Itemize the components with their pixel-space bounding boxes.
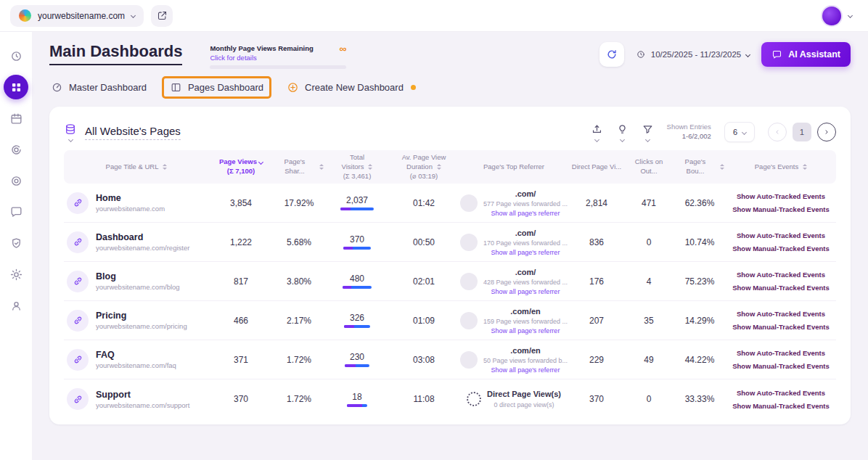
chevron-down-icon (745, 52, 750, 57)
page-link-button[interactable] (67, 388, 89, 410)
show-auto-tracked-events-link[interactable]: Show Auto-Tracked Events (737, 389, 825, 397)
refresh-icon (606, 49, 618, 60)
link-icon (73, 394, 83, 405)
sidebar-item-history[interactable] (4, 44, 28, 68)
col-outbound-clicks-header[interactable]: Clicks on Out... (624, 155, 673, 179)
page-views-value: 370 (209, 394, 273, 404)
clock-icon (636, 49, 646, 59)
sort-icon[interactable] (368, 164, 372, 170)
col-direct-views-header[interactable]: Direct Page Vi... (569, 160, 624, 175)
date-range-value: 10/25/2025 - 11/23/2025 (651, 50, 741, 59)
col-duration-header[interactable]: Av. Page View Duration (⌀ 03:19) (389, 150, 459, 184)
referrer-name: Direct Page View(s) (487, 389, 561, 400)
infinity-value: ∞ (339, 45, 346, 52)
sort-icon[interactable] (720, 164, 724, 170)
referrer-show-all-link[interactable]: Show all page's referrer (483, 209, 568, 218)
direct-views-value: 207 (569, 316, 624, 326)
current-page[interactable]: 1 (793, 123, 811, 141)
chevron-down-icon (645, 136, 650, 141)
link-icon (73, 315, 83, 326)
page-title-text: FAQ (96, 350, 176, 360)
show-auto-tracked-events-link[interactable]: Show Auto-Tracked Events (737, 310, 825, 318)
tab-master-dashboard[interactable]: Master Dashboard (51, 81, 147, 94)
referrer-favicon (460, 273, 478, 290)
quota-details-link[interactable]: Click for details (210, 54, 256, 62)
referrer-favicon (460, 194, 478, 212)
referrer-favicon (467, 392, 481, 406)
sort-icon[interactable] (803, 164, 807, 170)
show-auto-tracked-events-link[interactable]: Show Auto-Tracked Events (737, 192, 825, 200)
visitors-value: 230 (350, 352, 364, 362)
col-bounce-header[interactable]: Page's Bou... (673, 155, 726, 179)
sort-icon[interactable] (319, 164, 324, 170)
create-new-dashboard-button[interactable]: Create New Dashboard (287, 81, 416, 94)
table-title: All Website's Pages (85, 125, 181, 140)
show-manual-tracked-events-link[interactable]: Show Manual-Tracked Events (732, 205, 830, 213)
direct-views-value: 836 (569, 237, 624, 247)
show-manual-tracked-events-link[interactable]: Show Manual-Tracked Events (732, 284, 830, 292)
table-type-selector[interactable] (64, 123, 77, 141)
page-url-text: yourwebsitename.com/pricing (96, 322, 187, 330)
col-page-share-header[interactable]: Page's Shar... (273, 155, 325, 179)
referrer-name: .com/en (483, 306, 568, 317)
show-manual-tracked-events-link[interactable]: Show Manual-Tracked Events (732, 402, 830, 410)
bounce-rate-value: 14.29% (673, 316, 726, 326)
sidebar-item-goals[interactable] (4, 168, 28, 193)
referrer-show-all-link[interactable]: Show all page's referrer (483, 248, 568, 258)
page-size-select[interactable]: 6 (724, 122, 755, 142)
bounce-rate-value: 62.36% (673, 198, 726, 208)
open-website-button[interactable] (151, 5, 173, 27)
sidebar-item-behaviour[interactable] (4, 137, 28, 162)
tab-master-label: Master Dashboard (69, 82, 147, 93)
page-link-button[interactable] (67, 231, 89, 253)
refresh-button[interactable] (599, 42, 624, 67)
next-page-button[interactable] (817, 123, 836, 141)
table-row: FAQ yourwebsitename.com/faq 371 1.72% 23… (64, 340, 836, 379)
page-url-text: yourwebsitename.com/register (96, 244, 189, 252)
sidebar-item-account[interactable] (4, 293, 28, 318)
referrer-show-all-link[interactable]: Show all page's referrer (483, 366, 568, 375)
sidebar-item-modules[interactable] (4, 106, 28, 131)
show-auto-tracked-events-link[interactable]: Show Auto-Tracked Events (737, 271, 825, 279)
user-menu[interactable] (821, 5, 858, 27)
show-auto-tracked-events-link[interactable]: Show Auto-Tracked Events (737, 231, 825, 239)
website-selector[interactable]: yourwebsitename.com (10, 5, 144, 27)
visitors-value: 18 (352, 392, 361, 402)
page-link-button[interactable] (67, 310, 89, 332)
col-events-header[interactable]: Page's Events (726, 160, 836, 175)
ai-assistant-button[interactable]: AI Assistant (761, 42, 851, 67)
filter-button[interactable] (642, 123, 654, 141)
col-page-title-header[interactable]: Page Title & URL (64, 160, 209, 175)
page-title-text: Dashboard (96, 232, 189, 242)
referrer-show-all-link[interactable]: Show all page's referrer (483, 287, 568, 297)
table-row: Home yourwebsitename.com 3,854 17.92% 2,… (64, 184, 836, 223)
page-link-button[interactable] (67, 349, 89, 371)
table-row: Blog yourwebsitename.com/blog 817 3.80% … (64, 262, 836, 301)
tab-pages-dashboard[interactable]: Pages Dashboard (170, 81, 263, 94)
sort-icon[interactable] (163, 164, 167, 170)
referrer-detail: 428 Page views forwarded ... (483, 278, 568, 287)
sidebar-item-privacy[interactable] (4, 231, 28, 255)
page-link-button[interactable] (67, 192, 89, 214)
referrer-show-all-link[interactable]: Show all page's referrer (483, 326, 568, 336)
referrer-detail: 0 direct page view(s) (487, 401, 561, 410)
sidebar-item-dashboards[interactable] (4, 75, 28, 99)
main-content: Main Dashboards Monthly Page Views Remai… (32, 32, 868, 460)
page-link-button[interactable] (67, 271, 89, 292)
date-range-picker[interactable]: 10/25/2025 - 11/23/2025 (636, 49, 750, 59)
quota-title: Monthly Page Views Remaining (210, 44, 313, 52)
show-manual-tracked-events-link[interactable]: Show Manual-Tracked Events (732, 323, 830, 331)
sidebar-item-settings[interactable] (4, 262, 28, 287)
prev-page-button[interactable] (768, 123, 787, 141)
insights-button[interactable] (616, 123, 629, 141)
sort-icon[interactable] (437, 164, 441, 170)
col-page-views-header[interactable]: Page Views (Σ 7,100) (209, 155, 273, 179)
page-url-text: yourwebsitename.com/faq (96, 361, 176, 369)
col-total-visitors-header[interactable]: Total Visitors (Σ 3,461) (325, 150, 389, 184)
direct-views-value: 2,814 (569, 198, 624, 208)
show-manual-tracked-events-link[interactable]: Show Manual-Tracked Events (732, 245, 830, 252)
export-button[interactable] (591, 123, 603, 141)
show-manual-tracked-events-link[interactable]: Show Manual-Tracked Events (732, 362, 830, 370)
show-auto-tracked-events-link[interactable]: Show Auto-Tracked Events (737, 349, 825, 357)
sidebar-item-communication[interactable] (4, 200, 28, 224)
